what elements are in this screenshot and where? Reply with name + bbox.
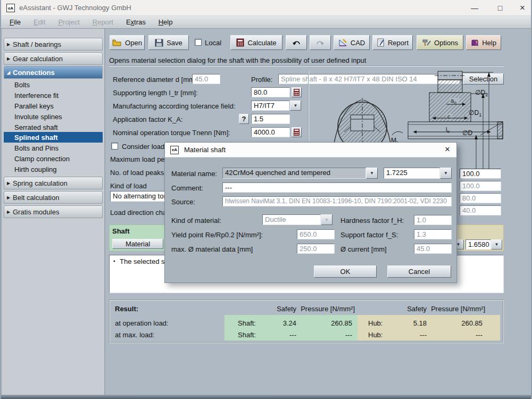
side-field-4: 40.0 bbox=[460, 205, 501, 215]
result-shaft-label: Shaft: bbox=[238, 331, 256, 339]
kind-of-load-dropdown[interactable]: No alternating torq bbox=[110, 191, 171, 202]
result-col-header: Pressure [N/mm²] bbox=[429, 305, 485, 313]
comment-field[interactable]: --- bbox=[222, 182, 452, 193]
tolerance-dropdown-value[interactable]: H7/IT7 bbox=[251, 101, 289, 111]
result-value: 5.18 bbox=[389, 319, 427, 327]
redo-button bbox=[310, 35, 331, 50]
sidebar-item-bolts[interactable]: Bolts bbox=[4, 79, 103, 90]
sidebar-section-shaft-bearings[interactable]: ▶ Shaft / bearings bbox=[4, 38, 103, 51]
app-window: eA eAssistant - GWJ Technology GmbH — □ … bbox=[0, 0, 532, 399]
sidebar: ▶ Shaft / bearings ▶ Gear calculation ◢ … bbox=[2, 29, 105, 395]
window-title: eAssistant - GWJ Technology GmbH bbox=[19, 4, 131, 12]
sidebar-item-bolts-and-pins[interactable]: Bolts and Pins bbox=[4, 143, 103, 153]
max-diameter-label: max. Ø material data [mm] bbox=[171, 245, 253, 253]
sidebar-item-interference-fit[interactable]: Interference fit bbox=[4, 90, 103, 101]
material-number-dropdown-button[interactable]: ▼ bbox=[440, 168, 452, 179]
expanded-arrow-icon: ◢ bbox=[4, 70, 13, 75]
sidebar-item-clamp-connection[interactable]: Clamp connection bbox=[4, 153, 103, 164]
supporting-length-calculator-button[interactable] bbox=[292, 87, 302, 97]
tolerance-field-label: Manufacturing according tolerance field: bbox=[113, 102, 236, 110]
material-name-dropdown-value[interactable]: 42CrMo4 quenched and tempered bbox=[222, 168, 366, 179]
result-box: Result: Safety Pressure [N/mm²] Safety P… bbox=[109, 300, 504, 343]
comment-label: Comment: bbox=[171, 184, 203, 192]
local-checkbox[interactable] bbox=[195, 39, 202, 46]
set-square-pencil-icon bbox=[338, 38, 347, 47]
torque-field[interactable]: 4000.0 bbox=[251, 127, 290, 137]
shaft-section-title: Shaft bbox=[112, 227, 130, 235]
shaft-material-button[interactable]: Material bbox=[112, 239, 163, 249]
sidebar-section-belt-calculation[interactable]: ▶ Belt calculation bbox=[4, 191, 103, 204]
yield-point-field: 650.0 bbox=[297, 229, 335, 239]
status-text: Opens material selection dialog for the … bbox=[109, 56, 366, 64]
d1-dim-label: ∅D1 bbox=[469, 109, 481, 118]
menu-project: Project bbox=[52, 18, 86, 26]
menu-extras[interactable]: Extras bbox=[120, 18, 152, 26]
sidebar-item-splined-shaft[interactable]: Splined shaft bbox=[4, 132, 103, 143]
result-value: --- bbox=[299, 331, 352, 339]
menu-file[interactable]: File bbox=[3, 18, 27, 26]
floppy-icon bbox=[155, 39, 163, 47]
side-field-1[interactable]: 100.0 bbox=[460, 169, 501, 179]
sidebar-section-gear-calculation[interactable]: ▶ Gear calculation bbox=[4, 52, 103, 65]
kind-of-material-label: Kind of material: bbox=[171, 217, 221, 225]
result-row-label: at operation load: bbox=[115, 319, 168, 327]
material-number-dropdown-value[interactable]: 1.7225 bbox=[384, 168, 440, 179]
cad-button[interactable]: CAD bbox=[334, 35, 370, 50]
support-factor-field: 1.3 bbox=[414, 229, 452, 239]
source-field: hlwissen NaviMat 3.1, DIN EN 10083-1:199… bbox=[222, 196, 452, 206]
menu-help[interactable]: Help bbox=[152, 18, 179, 26]
report-document-icon bbox=[377, 38, 385, 47]
chevron-down-icon: ▼ bbox=[294, 103, 298, 108]
num-load-peaks-label: No. of load peaks N bbox=[110, 169, 171, 177]
yield-point-label: Yield point Re/Rp0.2 [N/mm²]: bbox=[171, 231, 263, 239]
undo-button[interactable] bbox=[286, 35, 307, 50]
collapsed-arrow-icon: ▶ bbox=[4, 42, 13, 47]
cancel-button[interactable]: Cancel bbox=[387, 265, 451, 278]
torque-calculator-button[interactable] bbox=[292, 127, 302, 137]
supporting-length-field[interactable]: 80.0 bbox=[251, 87, 290, 97]
sidebar-section-connections[interactable]: ◢ Connections bbox=[4, 66, 103, 79]
consider-load-peaks-checkbox[interactable] bbox=[111, 143, 118, 149]
load-direction-label: Load direction chan bbox=[110, 209, 170, 217]
close-button[interactable]: × bbox=[512, 0, 532, 16]
maximize-button[interactable]: □ bbox=[489, 0, 511, 16]
tolerance-dropdown-button[interactable]: ▼ bbox=[290, 101, 301, 111]
open-button[interactable]: Open bbox=[110, 35, 145, 50]
torque-label: Nominal operation torque Tnenn [Nm]: bbox=[113, 129, 230, 137]
menu-report: Report bbox=[86, 18, 120, 26]
calculate-button[interactable]: Calculate bbox=[230, 35, 282, 50]
result-shaft-label: Shaft: bbox=[238, 319, 256, 327]
support-factor-label: Support factor f_S: bbox=[340, 231, 398, 239]
d2-dim-label: ∅D2 bbox=[475, 89, 488, 97]
collapsed-arrow-icon: ▶ bbox=[4, 181, 13, 186]
ok-button[interactable]: OK bbox=[314, 265, 377, 278]
result-value: 260.85 bbox=[299, 319, 352, 327]
hub-material-number-value[interactable]: 1.6580 bbox=[466, 239, 491, 250]
help-button[interactable]: Help bbox=[466, 35, 501, 50]
chevron-down-icon: ▼ bbox=[370, 171, 374, 176]
kind-of-load-label: Kind of load bbox=[110, 182, 147, 190]
result-value: --- bbox=[259, 331, 296, 339]
app-icon: eA bbox=[6, 4, 15, 12]
sidebar-item-hirth-coupling[interactable]: Hirth coupling bbox=[4, 164, 103, 174]
hub-material-number-dropdown-button[interactable]: ▼ bbox=[491, 239, 502, 250]
sidebar-section-spring-calculation[interactable]: ▶ Spring calculation bbox=[4, 177, 103, 189]
consider-load-peaks-label: Consider load p bbox=[122, 143, 170, 151]
report-button[interactable]: Report bbox=[372, 35, 413, 50]
menu-edit: Edit bbox=[27, 18, 52, 26]
sidebar-item-parallel-keys[interactable]: Parallel keys bbox=[4, 101, 103, 111]
save-button[interactable]: Save bbox=[148, 35, 189, 50]
options-button[interactable]: Options bbox=[417, 35, 463, 50]
sidebar-item-involute-splines[interactable]: Involute splines bbox=[4, 111, 103, 122]
application-factor-field[interactable]: 1.5 bbox=[251, 114, 290, 124]
application-factor-label: Application factor K_A: bbox=[113, 115, 183, 123]
application-factor-help-button[interactable]: ? bbox=[239, 114, 249, 124]
dialog-close-icon[interactable]: × bbox=[445, 144, 450, 155]
sidebar-item-serrated-shaft[interactable]: Serrated shaft bbox=[4, 122, 103, 132]
separator bbox=[308, 71, 309, 141]
result-hub-label: Hub: bbox=[368, 331, 383, 339]
minimize-button[interactable]: — bbox=[464, 0, 485, 16]
book-icon bbox=[471, 39, 479, 47]
material-name-dropdown-button[interactable]: ▼ bbox=[366, 168, 378, 179]
sidebar-section-gratis-modules[interactable]: ▶ Gratis modules bbox=[4, 205, 103, 218]
